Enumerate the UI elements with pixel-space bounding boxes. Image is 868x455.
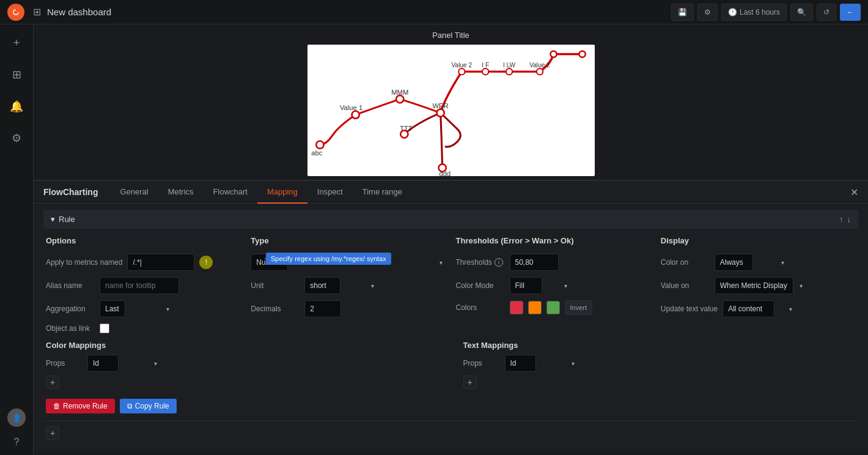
label-value2b: Value 2 (529, 62, 550, 68)
arrow-down-icon[interactable]: ↓ (847, 215, 851, 224)
thresholds-input[interactable] (510, 254, 559, 271)
color-swatch-green[interactable] (546, 301, 560, 314)
color-mappings-title: Color Mappings (46, 341, 439, 350)
node-wer[interactable] (436, 109, 444, 116)
action-buttons: 🗑 Remove Rule ⧉ Copy Rule (43, 391, 858, 416)
regex-indicator: ! (199, 256, 213, 269)
text-mappings-id-select[interactable]: IdNameTag (505, 355, 536, 372)
aggregation-row: Aggregation LastFirstMaxMinAvg (46, 300, 241, 317)
node-mmm[interactable] (396, 95, 403, 103)
tab-flowchart[interactable]: Flowchart (204, 181, 257, 204)
user-avatar[interactable]: 👤 (7, 409, 26, 427)
node-value2a[interactable] (458, 68, 465, 75)
editor-header: FlowCharting General Metrics Flowchart M… (34, 181, 868, 204)
color-mappings-add-button[interactable]: + (46, 375, 59, 389)
sidebar-item-dashboard[interactable]: ⊞ (6, 64, 28, 86)
color-swatch-red[interactable] (510, 301, 523, 314)
settings-button[interactable]: ⚙ (697, 4, 718, 21)
options-column: Options Apply to metrics named ! Specify… (46, 236, 241, 333)
help-icon[interactable]: ? (14, 437, 20, 448)
apply-metrics-label: Apply to metrics named (46, 258, 122, 267)
refresh-button[interactable]: ↺ (817, 4, 836, 21)
tab-inspect[interactable]: Inspect (307, 181, 353, 204)
close-button[interactable]: ✕ (850, 187, 858, 198)
aggregation-label: Aggregation (46, 305, 95, 313)
node-abc[interactable] (316, 141, 323, 149)
arrow-up-icon[interactable]: ↑ (839, 215, 844, 224)
copy-rule-button[interactable]: ⧉ Copy Rule (120, 399, 177, 413)
type-column: Type NumberStringDate Unit (251, 236, 446, 333)
thresholds-label: Thresholds (456, 258, 492, 267)
invert-button[interactable]: Invert (565, 300, 593, 315)
label-ddd: ddd (439, 170, 451, 176)
sidebar-item-alerts[interactable]: 🔔 (6, 95, 28, 117)
panel-area: Panel Title (34, 24, 868, 180)
editor-title: FlowCharting (43, 181, 98, 203)
sidebar-item-settings[interactable]: ⚙ (6, 127, 28, 149)
update-text-select[interactable]: All contentReplace textAppend (723, 300, 774, 317)
node-if[interactable] (482, 68, 488, 75)
dashboard-title: New dashboard (47, 7, 111, 17)
rule-header[interactable]: ▾ Rule ↑ ↓ (43, 210, 858, 229)
copy-icon: ⧉ (127, 402, 133, 410)
colors-label: Colors (456, 303, 505, 312)
add-rule-button[interactable]: + (46, 426, 59, 440)
editor-tabs: General Metrics Flowchart Mapping Inspec… (110, 181, 412, 203)
label-ttt: TTT (400, 125, 413, 132)
label-mmm: MMM (391, 89, 408, 96)
color-mappings-id-select[interactable]: IdNameTag (87, 355, 119, 372)
node-n2[interactable] (579, 51, 585, 57)
color-mode-label: Color Mode (456, 281, 505, 290)
thresholds-row: Thresholds i (456, 254, 651, 271)
tab-general[interactable]: General (110, 181, 158, 204)
color-swatch-orange[interactable] (528, 301, 542, 314)
thresholds-column: Thresholds (Error > Warn > Ok) Threshold… (456, 236, 651, 333)
color-mappings-col: Color Mappings Props IdNameTag + (46, 341, 439, 389)
color-on-select[interactable]: AlwaysWarningError (715, 254, 753, 271)
remove-rule-button[interactable]: 🗑 Remove Rule (46, 399, 115, 413)
panel-title: Panel Title (40, 31, 862, 40)
mappings-section: Color Mappings Props IdNameTag + Text Ma… (43, 333, 858, 391)
apply-metrics-input[interactable] (127, 254, 194, 271)
node-value2b[interactable] (536, 68, 542, 75)
object-as-link-checkbox[interactable] (100, 324, 109, 333)
label-if: I F (482, 62, 489, 68)
value-on-select[interactable]: When Metric DisplayAlwaysNever (715, 277, 793, 294)
flowchart-panel: abc Value 1 MMM TTT ddd WER Value 2 I F … (307, 45, 595, 176)
thresholds-info-icon[interactable]: i (495, 258, 503, 267)
unit-select[interactable]: shortlongpercentbytes (304, 277, 340, 294)
grafana-logo[interactable] (7, 4, 24, 21)
tab-timerange[interactable]: Time range (353, 181, 412, 204)
alias-row: Alias name (46, 277, 241, 294)
time-range-picker[interactable]: 🕐 Last 6 hours (721, 4, 787, 21)
tab-mapping[interactable]: Mapping (257, 181, 307, 204)
decimals-input[interactable] (304, 300, 341, 317)
tab-metrics[interactable]: Metrics (158, 181, 204, 204)
main-content: Panel Title (34, 24, 868, 455)
text-mappings-add-button[interactable]: + (463, 375, 477, 389)
top-nav-actions: 💾 ⚙ 🕐 Last 6 hours 🔍 ↺ ← (671, 4, 861, 21)
color-mode-row: Color Mode FillStrokeText (456, 277, 651, 294)
node-n1[interactable] (550, 51, 556, 57)
unit-row: Unit shortlongpercentbytes (251, 277, 446, 294)
aggregation-select[interactable]: LastFirstMaxMinAvg (100, 300, 125, 317)
color-mode-select[interactable]: FillStrokeText (510, 277, 542, 294)
back-button[interactable]: ← (840, 4, 861, 21)
sidebar-item-add[interactable]: + (6, 32, 28, 54)
top-nav: ⊞ New dashboard 💾 ⚙ 🕐 Last 6 hours 🔍 ↺ ← (0, 0, 868, 24)
label-abc: abc (311, 149, 322, 157)
display-column: Display Color on AlwaysWarningError V (661, 236, 856, 333)
alias-label: Alias name (46, 281, 95, 290)
alias-input[interactable] (100, 277, 179, 294)
node-value1[interactable] (351, 111, 359, 119)
color-mappings-row: Props IdNameTag (46, 355, 439, 372)
rule-title: Rule (59, 215, 75, 224)
apply-metrics-row: Apply to metrics named ! Specify regex u… (46, 254, 241, 271)
save-button[interactable]: 💾 (671, 4, 694, 21)
value-on-row: Value on When Metric DisplayAlwaysNever (661, 277, 856, 294)
label-value2a: Value 2 (451, 62, 472, 68)
text-mappings-col: Text Mappings Props IdNameTag + (463, 341, 856, 389)
options-grid: Options Apply to metrics named ! Specify… (43, 236, 858, 333)
zoom-button[interactable]: 🔍 (790, 4, 813, 21)
node-ilw[interactable] (506, 68, 512, 75)
